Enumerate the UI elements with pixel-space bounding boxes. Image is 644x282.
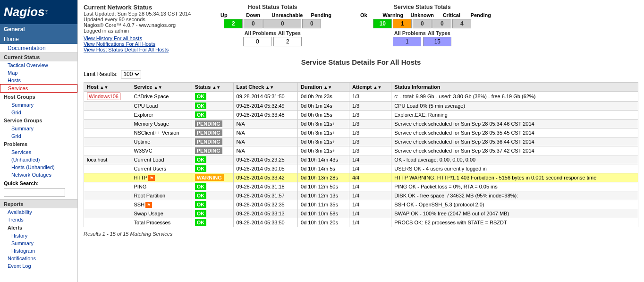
svc-prob-val-1[interactable]: 15 bbox=[423, 37, 451, 46]
cell-service[interactable]: Current Load bbox=[131, 155, 192, 164]
svc-val-ok[interactable]: 10 bbox=[373, 19, 392, 28]
sidebar-item-hg-summary[interactable]: Summary bbox=[0, 101, 77, 109]
sidebar-item-map[interactable]: Map bbox=[0, 69, 77, 77]
sidebar-item-hg-grid[interactable]: Grid bbox=[0, 109, 77, 116]
sidebar-item-event-log[interactable]: Event Log bbox=[0, 262, 77, 270]
sidebar-item-notifications[interactable]: Notifications bbox=[0, 255, 77, 262]
svc-val-pending[interactable]: 4 bbox=[452, 19, 471, 28]
sidebar-item-home[interactable]: Home bbox=[0, 34, 77, 44]
quick-search-input[interactable] bbox=[4, 188, 65, 197]
cell-service[interactable]: Total Processes bbox=[131, 218, 192, 227]
host-val-up[interactable]: 2 bbox=[224, 19, 243, 28]
cell-service[interactable]: Uptime bbox=[131, 137, 192, 146]
sidebar-item-services[interactable]: Services bbox=[0, 84, 77, 93]
cell-duration: 0d 10h 10m 58s bbox=[298, 209, 349, 218]
col-last-check[interactable]: Last Check ▲▼ bbox=[233, 83, 297, 92]
status-badge: OK bbox=[195, 156, 207, 163]
sidebar-item-prob-network[interactable]: Network Outages bbox=[0, 171, 77, 179]
service-flag-icon: ⚑ bbox=[145, 202, 152, 208]
status-badge: OK bbox=[195, 93, 207, 100]
cell-status-info: SWAP OK - 100% free (2047 MB out of 2047… bbox=[391, 209, 638, 218]
sidebar-item-prob-services[interactable]: Services bbox=[0, 148, 77, 156]
cell-attempt: 1/3 bbox=[349, 102, 391, 111]
cell-service[interactable]: HTTP⚑ bbox=[131, 173, 192, 182]
status-badge: OK bbox=[195, 165, 207, 172]
sidebar-item-prob-hosts[interactable]: Hosts (Unhandled) bbox=[0, 163, 77, 171]
host-prob-val-0[interactable]: 0 bbox=[243, 37, 271, 46]
cell-service[interactable]: NSClient++ Version bbox=[131, 128, 192, 137]
service-table: Host ▲▼ Service ▲▼ Status ▲▼ Last Check … bbox=[84, 82, 638, 227]
table-row: SSH⚑OK09-28-2014 05:32:350d 10h 11m 35s1… bbox=[84, 200, 638, 209]
link-notifications[interactable]: View Notifications For All Hosts bbox=[84, 41, 191, 47]
sidebar-item-documentation[interactable]: Documentation bbox=[0, 44, 77, 52]
cell-service[interactable]: SSH⚑ bbox=[131, 200, 192, 209]
cell-service[interactable]: Current Users bbox=[131, 164, 192, 173]
sidebar-item-tactical-overview[interactable]: Tactical Overview bbox=[0, 61, 77, 69]
cell-last-check: 09-28-2014 05:29:25 bbox=[233, 155, 297, 164]
sidebar-item-availability[interactable]: Availability bbox=[0, 208, 77, 216]
col-attempt[interactable]: Attempt ▲▼ bbox=[349, 83, 391, 92]
svc-val-warning[interactable]: 1 bbox=[393, 19, 412, 28]
sidebar-item-histogram[interactable]: Histogram bbox=[0, 247, 77, 255]
host-name[interactable]: Windows106 bbox=[87, 93, 120, 100]
sidebar-item-alert-summary[interactable]: Summary bbox=[0, 239, 77, 247]
host-val-unreachable[interactable]: 0 bbox=[263, 19, 301, 28]
svc-header-ok: Ok bbox=[349, 12, 378, 18]
duration-sort-icon: ▲▼ bbox=[323, 85, 332, 90]
limit-bar: Limit Results: 100 50 25 bbox=[84, 70, 638, 78]
sidebar-item-sg-summary[interactable]: Summary bbox=[0, 125, 77, 132]
status-sort-icon: ▲▼ bbox=[212, 85, 220, 90]
cell-service[interactable]: Memory Usage bbox=[131, 120, 192, 128]
cell-service[interactable]: Root Partition bbox=[131, 191, 192, 200]
table-row: Windows106C:\Drive SpaceOK09-28-2014 05:… bbox=[84, 92, 638, 102]
sidebar-item-sg-grid[interactable]: Grid bbox=[0, 132, 77, 140]
cell-service[interactable]: Swap Usage bbox=[131, 209, 192, 218]
cell-status-info: Service check scheduled for Sun Sep 28 0… bbox=[391, 128, 638, 137]
col-service[interactable]: Service ▲▼ bbox=[131, 83, 192, 92]
cell-attempt: 1/3 bbox=[349, 92, 391, 102]
host-val-down[interactable]: 0 bbox=[244, 19, 263, 28]
attempt-sort-icon: ▲▼ bbox=[373, 85, 382, 90]
cell-status-info: SSH OK - OpenSSH_5.3 (protocol 2.0) bbox=[391, 200, 638, 209]
cell-attempt: 1/4 bbox=[349, 155, 391, 164]
cell-status-info: PING OK - Packet loss = 0%, RTA = 0.05 m… bbox=[391, 182, 638, 191]
host-val-pending[interactable]: 0 bbox=[302, 19, 321, 28]
cell-service[interactable]: Explorer bbox=[131, 111, 192, 120]
cell-last-check: N/A bbox=[233, 120, 297, 128]
col-host[interactable]: Host ▲▼ bbox=[84, 83, 131, 92]
col-status[interactable]: Status ▲▼ bbox=[192, 83, 233, 92]
cell-host bbox=[84, 102, 131, 111]
cell-service[interactable]: C:\Drive Space bbox=[131, 92, 192, 102]
link-history[interactable]: View History For all hosts bbox=[84, 35, 191, 41]
svc-prob-val-0[interactable]: 1 bbox=[393, 37, 421, 46]
svc-val-critical[interactable]: 0 bbox=[432, 19, 451, 28]
sidebar-item-hosts[interactable]: Hosts bbox=[0, 77, 77, 84]
sidebar-item-trends[interactable]: Trends bbox=[0, 216, 77, 223]
service-sort-icon: ▲▼ bbox=[154, 85, 162, 90]
limit-select[interactable]: 100 50 25 bbox=[121, 70, 141, 78]
col-duration[interactable]: Duration ▲▼ bbox=[298, 83, 349, 92]
cell-last-check: 09-28-2014 05:33:50 bbox=[233, 218, 297, 227]
table-row: localhostCurrent LoadOK09-28-2014 05:29:… bbox=[84, 155, 638, 164]
network-status-block: Current Network Status Last Updated: Sun… bbox=[84, 4, 191, 52]
host-sort-icon: ▲▼ bbox=[100, 85, 109, 90]
link-status-detail[interactable]: View Host Status Detail For All Hosts bbox=[84, 47, 191, 52]
cell-duration: 0d 10h 10m 20s bbox=[298, 218, 349, 227]
host-header-down: Down bbox=[239, 12, 267, 18]
host-status-totals: Host Status Totals Up Down Unreachable P… bbox=[210, 4, 335, 52]
cell-last-check: 09-28-2014 05:31:50 bbox=[233, 92, 297, 102]
sidebar-item-prob-unhandled[interactable]: (Unhandled) bbox=[0, 156, 77, 163]
sidebar-item-history[interactable]: History bbox=[0, 232, 77, 239]
table-row: NSClient++ VersionPENDINGN/A0d 0h 3m 21s… bbox=[84, 128, 638, 137]
status-badge: PENDING bbox=[195, 147, 222, 154]
cell-last-check: 09-28-2014 05:31:57 bbox=[233, 191, 297, 200]
cell-service[interactable]: CPU Load bbox=[131, 102, 192, 111]
cell-host bbox=[84, 146, 131, 155]
service-table-title: Service Status Details For All Hosts bbox=[84, 58, 638, 66]
cell-last-check: 09-28-2014 05:32:35 bbox=[233, 200, 297, 209]
host-prob-val-1[interactable]: 2 bbox=[273, 37, 302, 46]
svc-val-unknown[interactable]: 0 bbox=[413, 19, 432, 28]
cell-last-check: N/A bbox=[233, 137, 297, 146]
cell-service[interactable]: PING bbox=[131, 182, 192, 191]
cell-service[interactable]: W3SVC bbox=[131, 146, 192, 155]
